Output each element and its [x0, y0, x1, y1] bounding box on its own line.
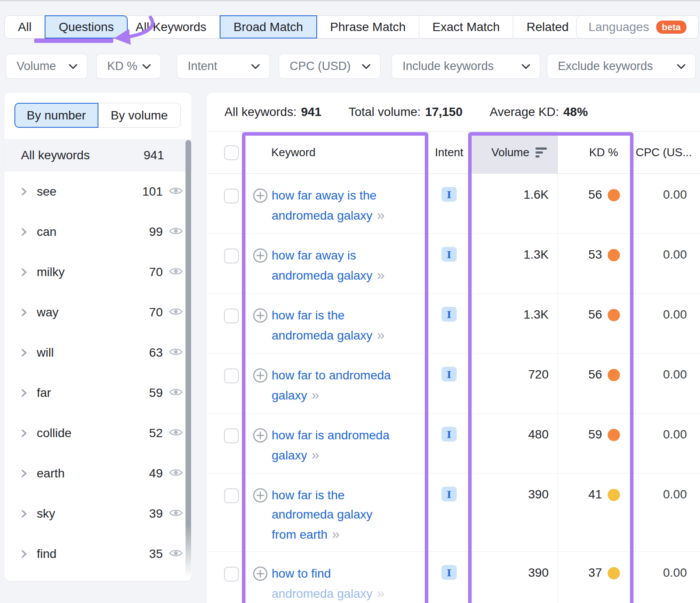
stat-average-kd-label: Average KD:: [490, 105, 559, 119]
keyword-expand-icon[interactable]: »: [377, 585, 383, 601]
keyword-group-item-earth[interactable]: earth 49: [4, 453, 192, 494]
keyword-expand-icon[interactable]: »: [377, 267, 383, 283]
row-checkbox[interactable]: [224, 428, 239, 443]
informational-intent-badge: I: [441, 427, 457, 442]
keyword-group-item-find[interactable]: find 35: [4, 534, 192, 574]
keyword-group-item-sky[interactable]: sky 39: [4, 494, 192, 534]
add-keyword-icon[interactable]: [253, 248, 268, 265]
keyword-link[interactable]: how far to andromedagalaxy»: [272, 366, 391, 405]
keyword-text-line[interactable]: how to find: [272, 564, 383, 583]
group-label: find: [37, 547, 149, 561]
volume-column-header[interactable]: Volume: [472, 132, 558, 173]
row-checkbox[interactable]: [224, 189, 239, 203]
keyword-expand-icon[interactable]: »: [332, 526, 339, 542]
keyword-text-line[interactable]: andromeda galaxy»: [272, 205, 383, 225]
tab-related[interactable]: Related: [513, 15, 582, 39]
keyword-text-line[interactable]: how far away is: [272, 246, 383, 265]
row-checkbox[interactable]: [224, 309, 239, 323]
expand-chevron-icon[interactable]: [21, 228, 27, 236]
keyword-expand-icon[interactable]: »: [312, 387, 318, 403]
keyword-text-line[interactable]: how far away is the: [272, 186, 383, 205]
expand-chevron-icon[interactable]: [21, 348, 27, 357]
cpc-column-header[interactable]: CPC (US...: [631, 132, 700, 173]
keyword-link[interactable]: how to findandromeda galaxy»: [272, 564, 383, 603]
keyword-link[interactable]: how far away isandromeda galaxy»: [272, 246, 383, 285]
kd-column-header[interactable]: KD %: [558, 132, 631, 173]
filter-label: CPC (USD): [290, 60, 351, 73]
eye-icon[interactable]: [169, 226, 183, 238]
eye-icon[interactable]: [169, 427, 183, 439]
row-checkbox[interactable]: [224, 368, 239, 383]
by-volume-toggle[interactable]: By volume: [98, 103, 181, 128]
eye-icon[interactable]: [169, 387, 183, 399]
add-keyword-icon[interactable]: [253, 488, 268, 505]
add-keyword-icon[interactable]: [253, 308, 268, 325]
add-keyword-icon[interactable]: [253, 566, 268, 583]
informational-intent-badge: I: [441, 307, 457, 322]
add-keyword-icon[interactable]: [253, 188, 268, 205]
keyword-text-line[interactable]: andromeda galaxy»: [272, 583, 383, 603]
keyword-group-item-milky[interactable]: milky 70: [4, 252, 192, 292]
expand-chevron-icon[interactable]: [21, 389, 27, 397]
keyword-expand-icon[interactable]: »: [312, 447, 318, 463]
eye-icon[interactable]: [169, 467, 183, 480]
row-checkbox[interactable]: [224, 249, 239, 263]
filter-exclude-keywords[interactable]: Exclude keywords: [547, 54, 696, 79]
keyword-text-line[interactable]: galaxy»: [272, 445, 389, 465]
row-checkbox[interactable]: [224, 488, 239, 503]
keyword-text-line[interactable]: how far is the: [272, 306, 383, 325]
filter-include-keywords[interactable]: Include keywords: [392, 54, 540, 79]
expand-chevron-icon[interactable]: [21, 469, 27, 478]
keyword-expand-icon[interactable]: »: [377, 327, 383, 343]
keyword-link[interactable]: how far is andromedagalaxy»: [272, 426, 389, 465]
keyword-text-line[interactable]: galaxy»: [272, 385, 391, 405]
keyword-text-line[interactable]: how far to andromeda: [272, 366, 391, 385]
keyword-group-item-collide[interactable]: collide 52: [4, 413, 192, 453]
add-keyword-icon[interactable]: [253, 368, 268, 385]
expand-chevron-icon[interactable]: [21, 187, 27, 196]
eye-icon[interactable]: [169, 548, 183, 560]
eye-icon[interactable]: [169, 347, 183, 359]
tab-phrase-match[interactable]: Phrase Match: [317, 15, 420, 39]
filter-cpc-usd[interactable]: CPC (USD): [279, 54, 381, 79]
keyword-link[interactable]: how far away is theandromeda galaxy»: [272, 186, 383, 225]
expand-chevron-icon[interactable]: [21, 308, 27, 317]
add-keyword-icon[interactable]: [253, 428, 268, 445]
eye-icon[interactable]: [169, 508, 183, 520]
expand-chevron-icon[interactable]: [21, 429, 27, 438]
keyword-text-line[interactable]: how far is the: [272, 486, 372, 505]
keyword-text-line[interactable]: andromeda galaxy: [272, 505, 372, 524]
keyword-link[interactable]: how far is theandromeda galaxy»: [272, 306, 383, 345]
expand-chevron-icon[interactable]: [21, 550, 27, 558]
eye-icon[interactable]: [169, 266, 183, 278]
by-number-toggle[interactable]: By number: [14, 103, 98, 128]
select-all-checkbox[interactable]: [224, 145, 239, 160]
keyword-group-item-see[interactable]: see 101: [4, 172, 192, 212]
languages-button[interactable]: Languages beta: [576, 15, 699, 39]
filter-intent[interactable]: Intent: [177, 54, 270, 79]
row-checkbox[interactable]: [224, 567, 239, 582]
eye-icon[interactable]: [169, 186, 183, 198]
keyword-group-item-will[interactable]: will 63: [4, 333, 192, 373]
expand-chevron-icon[interactable]: [21, 509, 27, 518]
keyword-expand-icon[interactable]: »: [377, 207, 383, 223]
tab-all[interactable]: All: [4, 15, 45, 39]
keyword-group-item-far[interactable]: far 59: [4, 373, 192, 413]
keyword-group-item-way[interactable]: way 70: [4, 292, 192, 333]
keyword-link[interactable]: how far is theandromeda galaxyfrom earth…: [272, 486, 372, 544]
volume-cell: 390: [472, 552, 558, 603]
keyword-text-line[interactable]: andromeda galaxy»: [272, 265, 383, 285]
eye-icon[interactable]: [169, 306, 183, 319]
expand-chevron-icon[interactable]: [21, 268, 27, 277]
tab-exact-match[interactable]: Exact Match: [419, 15, 513, 39]
all-keywords-group-row[interactable]: All keywords 941: [4, 139, 192, 172]
keyword-text-line[interactable]: from earth»: [272, 524, 372, 544]
filter-volume[interactable]: Volume: [6, 54, 88, 79]
filter-kd[interactable]: KD %: [96, 54, 161, 79]
keyword-text-line[interactable]: andromeda galaxy»: [272, 325, 383, 345]
keyword-group-item-can[interactable]: can 99: [4, 212, 192, 252]
kd-level-dot: [608, 189, 620, 201]
tab-broad-match[interactable]: Broad Match: [220, 15, 317, 39]
keyword-text-line[interactable]: how far is andromeda: [272, 426, 389, 445]
sidebar-scrollbar[interactable]: [186, 140, 191, 578]
